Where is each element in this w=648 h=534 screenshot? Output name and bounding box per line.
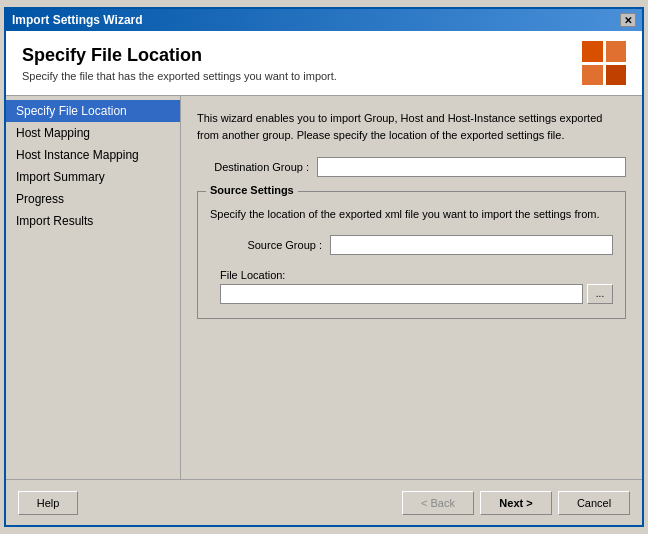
- main-window: Import Settings Wizard ✕ Specify File Lo…: [4, 7, 644, 527]
- source-group-label: Source Group :: [210, 239, 330, 251]
- cancel-button[interactable]: Cancel: [558, 491, 630, 515]
- back-button[interactable]: < Back: [402, 491, 474, 515]
- sidebar-item-progress[interactable]: Progress: [6, 188, 180, 210]
- window-title: Import Settings Wizard: [12, 13, 143, 27]
- source-group-input[interactable]: [330, 235, 613, 255]
- sidebar-item-host-instance-mapping[interactable]: Host Instance Mapping: [6, 144, 180, 166]
- main-panel: This wizard enables you to import Group,…: [181, 96, 642, 479]
- logo-icon: [582, 41, 626, 85]
- logo-top-left: [582, 41, 603, 62]
- sidebar-item-import-summary[interactable]: Import Summary: [6, 166, 180, 188]
- source-group-row: Source Group :: [210, 235, 613, 255]
- logo-top-right: [606, 41, 627, 62]
- sidebar-item-specify-file-location[interactable]: Specify File Location: [6, 100, 180, 122]
- destination-group-label: Destination Group :: [197, 161, 317, 173]
- sidebar-item-import-results[interactable]: Import Results: [6, 210, 180, 232]
- intro-text: This wizard enables you to import Group,…: [197, 110, 626, 143]
- title-bar: Import Settings Wizard ✕: [6, 9, 642, 31]
- file-location-input[interactable]: [220, 284, 583, 304]
- header-text: Specify File Location Specify the file t…: [22, 45, 337, 82]
- help-button[interactable]: Help: [18, 491, 78, 515]
- file-location-label: File Location:: [220, 269, 613, 281]
- footer-right-buttons: < Back Next > Cancel: [402, 491, 630, 515]
- footer: Help < Back Next > Cancel: [6, 479, 642, 525]
- logo-bottom-left: [582, 65, 603, 86]
- content-area: Specify File Location Host Mapping Host …: [6, 96, 642, 479]
- sidebar-item-host-mapping[interactable]: Host Mapping: [6, 122, 180, 144]
- source-settings-group: Source Settings Specify the location of …: [197, 191, 626, 319]
- browse-button[interactable]: ...: [587, 284, 613, 304]
- destination-group-input[interactable]: [317, 157, 626, 177]
- logo-bottom-right: [606, 65, 627, 86]
- file-location-section: File Location: ...: [210, 269, 613, 304]
- next-button[interactable]: Next >: [480, 491, 552, 515]
- sidebar: Specify File Location Host Mapping Host …: [6, 96, 181, 479]
- page-title: Specify File Location: [22, 45, 337, 66]
- destination-group-row: Destination Group :: [197, 157, 626, 177]
- close-button[interactable]: ✕: [620, 13, 636, 27]
- file-location-row: ...: [220, 284, 613, 304]
- source-settings-title: Source Settings: [206, 184, 298, 196]
- source-settings-description: Specify the location of the exported xml…: [210, 206, 613, 223]
- page-subtitle: Specify the file that has the exported s…: [22, 70, 337, 82]
- header-section: Specify File Location Specify the file t…: [6, 31, 642, 96]
